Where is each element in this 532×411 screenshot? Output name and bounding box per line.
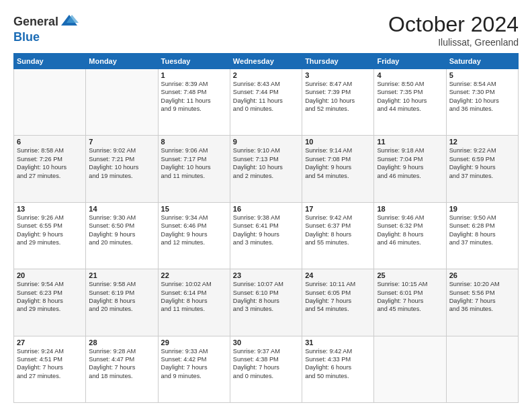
day-info-line: Sunset: 6:50 PM: [89, 222, 154, 230]
day-info-line: Sunset: 7:21 PM: [89, 155, 154, 163]
day-info-line: Sunrise: 9:46 AM: [377, 214, 443, 222]
day-info-line: Sunrise: 9:37 AM: [233, 347, 299, 355]
logo: General Blue: [13, 12, 79, 43]
calendar-cell: 15Sunrise: 9:34 AMSunset: 6:46 PMDayligh…: [158, 202, 230, 269]
logo-icon: [60, 12, 79, 31]
day-info-line: Daylight: 7 hours: [305, 297, 371, 305]
day-info-line: Sunset: 6:19 PM: [89, 289, 154, 297]
day-number: 25: [377, 271, 443, 279]
day-info-line: Sunrise: 8:39 AM: [161, 80, 227, 88]
day-info-line: Sunrise: 10:07 AM: [233, 280, 299, 288]
calendar-cell: 30Sunrise: 9:37 AMSunset: 4:38 PMDayligh…: [230, 336, 302, 402]
calendar-week-5: 27Sunrise: 9:24 AMSunset: 4:51 PMDayligh…: [14, 336, 519, 402]
day-number: 21: [89, 271, 154, 279]
day-info-line: and 46 minutes.: [377, 238, 443, 246]
calendar-cell: 5Sunrise: 8:54 AMSunset: 7:30 PMDaylight…: [446, 69, 518, 136]
day-info-line: and 55 minutes.: [305, 238, 371, 246]
month-title: October 2024: [388, 12, 519, 37]
day-info-line: Sunrise: 9:10 AM: [233, 146, 299, 154]
day-info-line: Sunset: 6:46 PM: [161, 222, 227, 230]
day-info-line: Daylight: 7 hours: [161, 363, 227, 371]
day-info-line: Daylight: 9 hours: [233, 230, 299, 238]
calendar-cell: [374, 336, 446, 402]
header: General Blue October 2024 Ilulissat, Gre…: [13, 12, 519, 48]
day-info-line: Sunrise: 9:22 AM: [449, 146, 515, 154]
day-number: 23: [233, 271, 299, 279]
day-info-line: Sunset: 6:10 PM: [233, 289, 299, 297]
day-info-line: Daylight: 9 hours: [449, 163, 515, 171]
calendar-cell: 26Sunrise: 10:20 AMSunset: 5:56 PMDaylig…: [446, 269, 518, 336]
day-info-line: Sunrise: 9:54 AM: [17, 280, 83, 288]
day-info-line: Sunset: 6:28 PM: [449, 222, 515, 230]
day-info-line: Daylight: 8 hours: [305, 230, 371, 238]
day-info-line: Sunrise: 8:47 AM: [305, 80, 371, 88]
day-info-line: Sunrise: 9:33 AM: [161, 347, 227, 355]
calendar-cell: 21Sunrise: 9:58 AMSunset: 6:19 PMDayligh…: [86, 269, 158, 336]
day-info-line: Sunset: 4:33 PM: [305, 355, 371, 363]
day-info-line: Daylight: 7 hours: [377, 297, 443, 305]
day-info-line: and 37 minutes.: [449, 238, 515, 246]
day-info-line: and 29 minutes.: [17, 238, 83, 246]
day-info-line: Daylight: 10 hours: [449, 97, 515, 105]
header-sunday: Sunday: [14, 54, 86, 69]
calendar-cell: 23Sunrise: 10:07 AMSunset: 6:10 PMDaylig…: [230, 269, 302, 336]
calendar-cell: 2Sunrise: 8:43 AMSunset: 7:44 PMDaylight…: [230, 69, 302, 136]
day-info-line: Sunrise: 9:38 AM: [233, 214, 299, 222]
calendar-week-4: 20Sunrise: 9:54 AMSunset: 6:23 PMDayligh…: [14, 269, 519, 336]
day-info-line: and 27 minutes.: [17, 372, 83, 380]
day-info-line: Sunrise: 9:42 AM: [305, 347, 371, 355]
day-info-line: Daylight: 9 hours: [89, 230, 154, 238]
day-info-line: Sunset: 7:48 PM: [161, 88, 227, 96]
header-saturday: Saturday: [446, 54, 518, 69]
calendar-cell: 16Sunrise: 9:38 AMSunset: 6:41 PMDayligh…: [230, 202, 302, 269]
day-info-line: Daylight: 11 hours: [161, 97, 227, 105]
day-info-line: and 44 minutes.: [377, 105, 443, 113]
day-info-line: Sunset: 7:30 PM: [449, 88, 515, 96]
day-info-line: and 46 minutes.: [377, 172, 443, 180]
header-friday: Friday: [374, 54, 446, 69]
day-info-line: Sunset: 7:35 PM: [377, 88, 443, 96]
day-info-line: Sunrise: 9:06 AM: [161, 146, 227, 154]
day-info-line: and 9 minutes.: [161, 372, 227, 380]
day-info-line: Sunrise: 9:58 AM: [89, 280, 154, 288]
day-info-line: Sunrise: 9:24 AM: [17, 347, 83, 355]
day-info-line: Sunrise: 9:50 AM: [449, 214, 515, 222]
day-info-line: and 27 minutes.: [17, 172, 83, 180]
day-info-line: and 20 minutes.: [89, 305, 154, 313]
day-info-line: Sunset: 6:55 PM: [17, 222, 83, 230]
calendar-cell: 7Sunrise: 9:02 AMSunset: 7:21 PMDaylight…: [86, 136, 158, 202]
day-number: 4: [377, 71, 443, 79]
day-number: 5: [449, 71, 515, 79]
day-number: 18: [377, 205, 443, 213]
calendar-cell: 19Sunrise: 9:50 AMSunset: 6:28 PMDayligh…: [446, 202, 518, 269]
calendar-cell: [86, 69, 158, 136]
calendar-week-2: 6Sunrise: 8:58 AMSunset: 7:26 PMDaylight…: [14, 136, 519, 202]
day-info-line: Daylight: 9 hours: [377, 163, 443, 171]
day-info-line: and 12 minutes.: [161, 238, 227, 246]
calendar-cell: 25Sunrise: 10:15 AMSunset: 6:01 PMDaylig…: [374, 269, 446, 336]
day-info-line: Sunset: 5:56 PM: [449, 289, 515, 297]
location: Ilulissat, Greenland: [388, 37, 519, 48]
day-number: 31: [305, 338, 371, 347]
day-info-line: and 3 minutes.: [233, 305, 299, 313]
day-info-line: and 54 minutes.: [305, 172, 371, 180]
title-block: October 2024 Ilulissat, Greenland: [388, 12, 519, 48]
day-info-line: and 11 minutes.: [161, 172, 227, 180]
calendar-cell: 10Sunrise: 9:14 AMSunset: 7:08 PMDayligh…: [302, 136, 374, 202]
day-number: 9: [233, 138, 299, 146]
day-info-line: Daylight: 7 hours: [449, 297, 515, 305]
day-number: 13: [17, 205, 83, 213]
day-info-line: Sunset: 7:13 PM: [233, 155, 299, 163]
calendar-cell: 28Sunrise: 9:28 AMSunset: 4:47 PMDayligh…: [86, 336, 158, 402]
day-info-line: Daylight: 10 hours: [305, 97, 371, 105]
day-number: 22: [161, 271, 227, 279]
calendar-week-1: 1Sunrise: 8:39 AMSunset: 7:48 PMDaylight…: [14, 69, 519, 136]
day-number: 15: [161, 205, 227, 213]
day-info-line: Daylight: 8 hours: [89, 297, 154, 305]
day-info-line: Sunset: 4:38 PM: [233, 355, 299, 363]
day-number: 26: [449, 271, 515, 279]
calendar-cell: 27Sunrise: 9:24 AMSunset: 4:51 PMDayligh…: [14, 336, 86, 402]
day-number: 29: [161, 338, 227, 347]
day-number: 16: [233, 205, 299, 213]
day-info-line: and 11 minutes.: [161, 305, 227, 313]
